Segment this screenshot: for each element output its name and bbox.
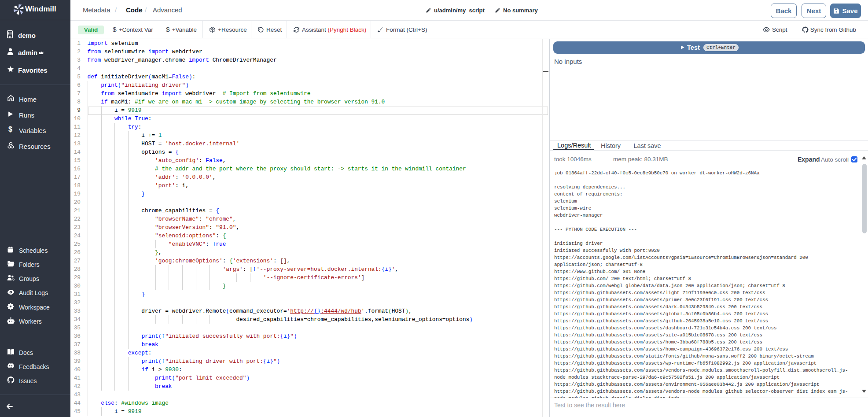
svg-text:$: $: [8, 126, 12, 133]
